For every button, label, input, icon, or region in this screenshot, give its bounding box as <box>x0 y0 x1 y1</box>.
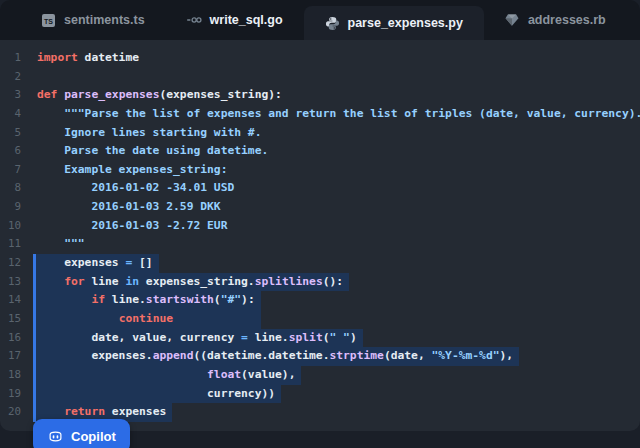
code-text: import datetime <box>36 49 139 68</box>
gutter-gap <box>21 105 36 124</box>
gutter-gap <box>21 142 36 161</box>
gutter-gap <box>21 49 36 68</box>
tab-label: parse_expenses.py <box>348 16 463 30</box>
code-editor[interactable]: 1import datetime23def parse_expenses(exp… <box>0 40 640 431</box>
line-number: 14 <box>0 291 21 310</box>
code-line-3[interactable]: 3def parse_expenses(expenses_string): <box>0 86 640 105</box>
line-number: 20 <box>0 403 21 422</box>
line-number: 1 <box>0 49 21 68</box>
line-number: 7 <box>0 161 21 180</box>
code-line-16[interactable]: 16 date, value, currency = line.split(" … <box>0 329 640 348</box>
code-line-18[interactable]: 18 float(value), <box>0 366 640 385</box>
gutter-gap <box>21 179 36 198</box>
code-text: Ignore lines starting with #. <box>36 124 261 143</box>
code-text-selected: for line in expenses_string.splitlines()… <box>36 273 349 292</box>
selection-bar <box>21 310 36 329</box>
selection-bar <box>21 385 36 404</box>
code-text-selected: expenses.append((datetime.datetime.strpt… <box>36 347 519 366</box>
code-line-19[interactable]: 19 currency)) <box>0 385 640 404</box>
code-text: 2016-01-02 -34.01 USD <box>36 179 234 198</box>
line-number: 5 <box>0 124 21 143</box>
code-line-8[interactable]: 8 2016-01-02 -34.01 USD <box>0 179 640 198</box>
code-line-9[interactable]: 9 2016-01-03 2.59 DKK <box>0 198 640 217</box>
code-line-10[interactable]: 10 2016-01-03 -2.72 EUR <box>0 217 640 236</box>
copilot-logo-icon <box>47 428 64 445</box>
svg-text:TS: TS <box>44 17 53 24</box>
code-text <box>36 68 37 87</box>
tab-write-sql-go[interactable]: write_sql.go <box>166 0 304 40</box>
tab-label: write_sql.go <box>210 13 283 27</box>
code-line-14[interactable]: 14 if line.startswith("#"): <box>0 291 640 310</box>
selection-bar <box>21 291 36 310</box>
line-number: 12 <box>0 254 21 273</box>
tab-parse-expenses-py[interactable]: parse_expenses.py <box>304 6 484 40</box>
line-number: 4 <box>0 105 21 124</box>
selection-bar <box>21 347 36 366</box>
code-line-11[interactable]: 11 """ <box>0 235 640 254</box>
selection-bar <box>21 329 36 348</box>
tab-addresses-rb[interactable]: addresses.rb <box>484 0 627 40</box>
gutter-gap <box>21 68 36 87</box>
tab-label: sentiments.ts <box>64 13 145 27</box>
line-number: 13 <box>0 273 21 292</box>
selection-bar <box>21 403 36 422</box>
code-line-4[interactable]: 4 """Parse the list of expenses and retu… <box>0 105 640 124</box>
python-icon <box>325 16 340 31</box>
line-number: 6 <box>0 142 21 161</box>
code-line-15[interactable]: 15 continue <box>0 310 640 329</box>
gutter-gap <box>21 124 36 143</box>
line-number: 17 <box>0 347 21 366</box>
go-icon <box>187 13 202 28</box>
line-number: 16 <box>0 329 21 348</box>
line-number: 18 <box>0 366 21 385</box>
code-text-selected: if line.startswith("#"): <box>36 291 261 310</box>
gutter-gap <box>21 86 36 105</box>
code-text-selected: date, value, currency = line.split(" ") <box>36 329 363 348</box>
code-line-7[interactable]: 7 Example expenses_string: <box>0 161 640 180</box>
code-line-5[interactable]: 5 Ignore lines starting with #. <box>0 124 640 143</box>
code-text: 2016-01-03 2.59 DKK <box>36 198 221 217</box>
code-text-selected: currency)) <box>36 385 281 404</box>
code-line-17[interactable]: 17 expenses.append((datetime.datetime.st… <box>0 347 640 366</box>
code-line-12[interactable]: 12 expenses = [] <box>0 254 640 273</box>
code-text-selected: float(value), <box>36 366 301 385</box>
editor-tab-bar: TSsentiments.tswrite_sql.goparse_expense… <box>0 0 640 40</box>
tab-sentiments-ts[interactable]: TSsentiments.ts <box>20 0 166 40</box>
line-number: 9 <box>0 198 21 217</box>
code-text: def parse_expenses(expenses_string): <box>36 86 282 105</box>
code-text-selected: expenses = [] <box>36 254 159 273</box>
code-text: """Parse the list of expenses and return… <box>36 105 640 124</box>
tab-label: addresses.rb <box>528 13 606 27</box>
copilot-button-label: Copilot <box>71 429 116 444</box>
typescript-icon: TS <box>41 13 56 28</box>
line-number: 19 <box>0 385 21 404</box>
code-line-2[interactable]: 2 <box>0 68 640 87</box>
code-text: """ <box>36 235 85 254</box>
code-line-1[interactable]: 1import datetime <box>0 49 640 68</box>
ruby-icon <box>505 13 520 28</box>
selection-bar <box>21 273 36 292</box>
gutter-gap <box>21 161 36 180</box>
selection-bar <box>21 254 36 273</box>
selection-bar <box>21 366 36 385</box>
code-text: 2016-01-03 -2.72 EUR <box>36 217 227 236</box>
code-text-selected: continue <box>36 310 261 329</box>
code-line-6[interactable]: 6 Parse the date using datetime. <box>0 142 640 161</box>
line-number: 10 <box>0 217 21 236</box>
gutter-gap <box>21 198 36 217</box>
line-number: 2 <box>0 68 21 87</box>
copilot-button[interactable]: Copilot <box>33 419 130 448</box>
gutter-gap <box>21 217 36 236</box>
code-text: Example expenses_string: <box>36 161 227 180</box>
code-line-13[interactable]: 13 for line in expenses_string.splitline… <box>0 273 640 292</box>
line-number: 8 <box>0 179 21 198</box>
line-number: 3 <box>0 86 21 105</box>
line-number: 11 <box>0 235 21 254</box>
gutter-gap <box>21 235 36 254</box>
code-text: Parse the date using datetime. <box>36 142 268 161</box>
line-number: 15 <box>0 310 21 329</box>
